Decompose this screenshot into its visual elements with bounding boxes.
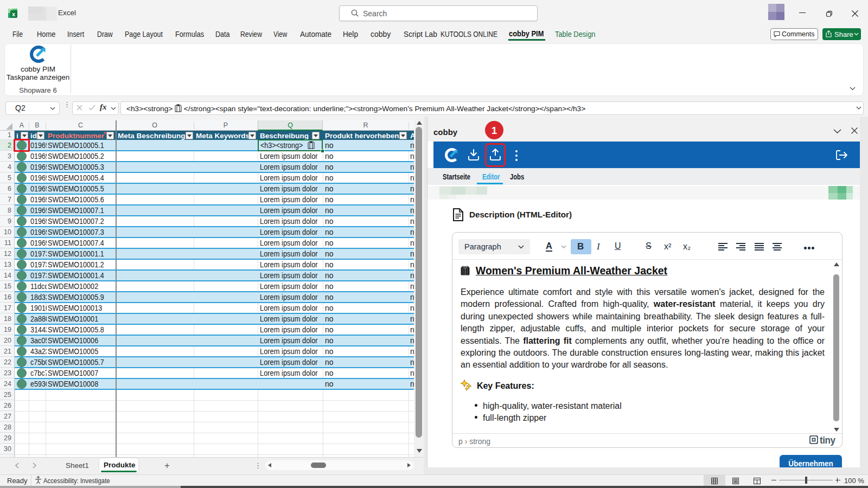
svg-text:x: x (12, 11, 16, 17)
